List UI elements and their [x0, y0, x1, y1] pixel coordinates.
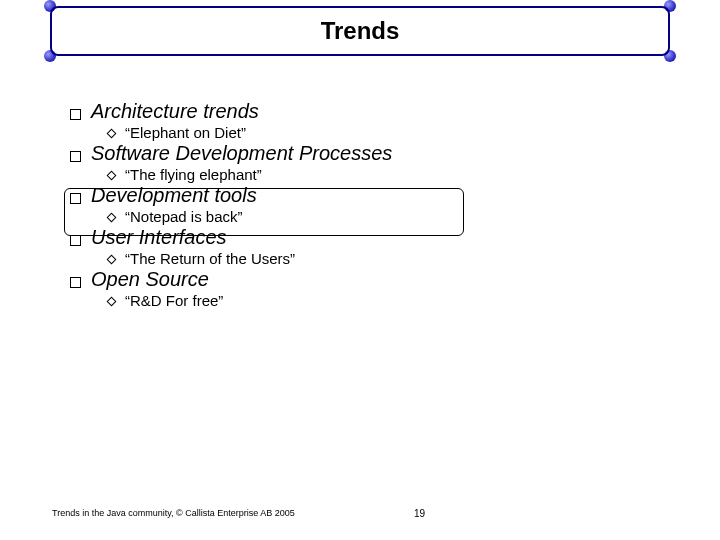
item-subtext: “The flying elephant”	[125, 166, 262, 183]
item-heading: Software Development Processes	[91, 142, 392, 165]
slide-title: Trends	[321, 17, 400, 45]
square-bullet-icon	[70, 235, 81, 246]
item-heading: Architecture trends	[91, 100, 259, 123]
page-number: 19	[414, 508, 425, 519]
content-area: Architecture trends “Elephant on Diet” S…	[70, 100, 650, 310]
title-box: Trends	[50, 6, 670, 56]
item-heading: User Interfaces	[91, 226, 227, 249]
diamond-bullet-icon	[107, 171, 117, 181]
diamond-bullet-icon	[107, 213, 117, 223]
square-bullet-icon	[70, 151, 81, 162]
item-subtext: “The Return of the Users”	[125, 250, 295, 267]
item-heading: Development tools	[91, 184, 257, 207]
list-item: Development tools “Notepad is back”	[70, 184, 650, 225]
diamond-bullet-icon	[107, 129, 117, 139]
item-subtext: “Notepad is back”	[125, 208, 243, 225]
square-bullet-icon	[70, 277, 81, 288]
list-item: Software Development Processes “The flyi…	[70, 142, 650, 183]
square-bullet-icon	[70, 109, 81, 120]
list-item: User Interfaces “The Return of the Users…	[70, 226, 650, 267]
diamond-bullet-icon	[107, 297, 117, 307]
list-item: Open Source “R&D For free”	[70, 268, 650, 309]
footer-text: Trends in the Java community, © Callista…	[52, 508, 295, 518]
footer: Trends in the Java community, © Callista…	[52, 508, 672, 518]
item-subtext: “R&D For free”	[125, 292, 223, 309]
item-heading: Open Source	[91, 268, 209, 291]
diamond-bullet-icon	[107, 255, 117, 265]
item-subtext: “Elephant on Diet”	[125, 124, 246, 141]
square-bullet-icon	[70, 193, 81, 204]
list-item: Architecture trends “Elephant on Diet”	[70, 100, 650, 141]
